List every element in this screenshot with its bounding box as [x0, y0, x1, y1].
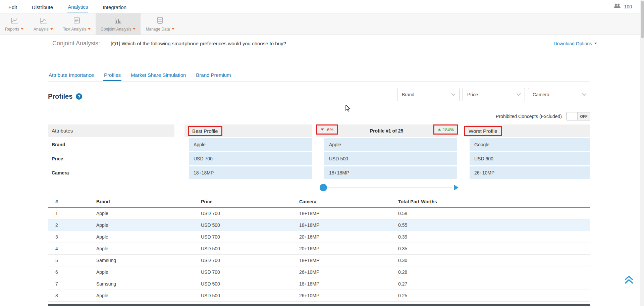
table-row[interactable]: 6 Apple USD 700 26+10MP 0.28 [48, 266, 590, 278]
cell-brand: Apple [96, 243, 201, 255]
cell-total: 0.39 [398, 231, 590, 243]
trend-chart-icon [39, 17, 48, 26]
cell-price: USD 500 [201, 290, 299, 302]
slider-track[interactable] [323, 188, 452, 188]
attributes-header: Attributes [48, 124, 174, 137]
attribute-filters: Brand Price Camera [397, 88, 590, 101]
cell-price: USD 500 [201, 278, 299, 290]
cell-index: 8 [48, 290, 96, 302]
question-text: [Q1] Which of the following smartphone p… [111, 41, 286, 46]
worst-profile-header: Worst Profile [466, 124, 590, 137]
chevron-down-icon [451, 92, 455, 96]
filter-value: Brand [402, 92, 414, 97]
best-profile-header: Best Profile [184, 124, 312, 137]
respondents-icon[interactable] [613, 3, 621, 10]
cell-camera: 20+16MP [299, 243, 398, 255]
col-header-total-part-worths: Total Part-Worths [398, 197, 590, 208]
best-value-cell: 18+18MP [189, 166, 312, 179]
tab-brand-premium[interactable]: Brand Premium [195, 69, 231, 81]
delta-vs-worst: 184% [443, 127, 454, 132]
table-header-row: # Brand Price Camera Total Part-Worths [48, 197, 590, 208]
respondent-count[interactable]: 100 [624, 4, 632, 9]
toggle-knob [567, 112, 578, 120]
prohibited-concepts-label: Prohibited Concepts (Excluded) [496, 114, 562, 119]
toolbar-conjoint-analysis[interactable]: Conjoint Analysis [96, 13, 141, 35]
current-profile-header: -6% Profile #1 of 25 184% [316, 124, 457, 137]
cell-price: USD 700 [201, 255, 299, 266]
current-value-cell: Apple [324, 138, 457, 151]
prohibited-concepts-row: Prohibited Concepts (Excluded) OFF [496, 112, 590, 120]
profile-slider [316, 183, 459, 193]
profiles-heading: Profiles ? [48, 93, 82, 100]
filter-select-camera[interactable]: Camera [528, 88, 590, 101]
prohibited-concepts-toggle[interactable]: OFF [566, 112, 590, 120]
best-profile-label: Best Profile [192, 128, 218, 134]
toolbar-analysis[interactable]: Analysis [29, 13, 58, 35]
filter-select-brand[interactable]: Brand [397, 88, 460, 101]
nav-analytics[interactable]: Analytics [67, 1, 88, 12]
nav-integration[interactable]: Integration [102, 1, 127, 12]
table-row[interactable]: 8 Apple USD 500 26+10MP 0.25 [48, 290, 590, 302]
cell-brand: Samsung [96, 278, 201, 290]
toolbar-manage-data[interactable]: Manage Data [141, 13, 179, 35]
text-table-icon [72, 17, 81, 26]
page-header: Conjoint Analysis: [Q1] Which of the fol… [37, 35, 597, 52]
cell-total: 0.28 [398, 266, 590, 278]
report-tabs: Attribute Importance Profiles Market Sha… [48, 69, 590, 82]
tab-attribute-importance[interactable]: Attribute Importance [48, 69, 95, 81]
chevron-down-icon [582, 92, 586, 96]
table-row[interactable]: 1 Apple USD 700 18+18MP 0.58 [48, 208, 590, 219]
best-value-cell: Apple [189, 138, 312, 151]
cell-index: 1 [48, 208, 96, 219]
cell-price: USD 700 [201, 231, 299, 243]
table-row[interactable]: 3 Apple USD 700 20+16MP 0.39 [48, 231, 590, 243]
cell-brand: Samsung [96, 255, 201, 266]
annotation-box-delta-worst: 184% [433, 124, 458, 135]
toolbar-label: Manage Data [146, 27, 170, 32]
filter-value: Camera [533, 92, 549, 97]
current-value-cell: 18+18MP [324, 166, 457, 179]
dropdown-caret-icon [21, 28, 23, 30]
cell-index: 7 [48, 278, 96, 290]
table-row[interactable]: 5 Samsung USD 700 18+18MP 0.30 [48, 255, 590, 266]
cell-total: 0.30 [398, 255, 590, 266]
cell-total: 0.27 [398, 278, 590, 290]
cell-price: USD 500 [201, 219, 299, 231]
filter-value: Price [467, 92, 478, 97]
table-row[interactable]: 7 Samsung USD 500 18+18MP 0.27 [48, 278, 590, 290]
tab-profiles[interactable]: Profiles [103, 69, 121, 81]
increase-icon [438, 129, 441, 131]
toolbar-label: Text Analysis [63, 27, 86, 32]
nav-distribute[interactable]: Distribute [32, 1, 53, 12]
worst-value-cell: 26+10MP [470, 166, 590, 179]
download-options-label: Download Options [554, 41, 592, 46]
help-icon[interactable]: ? [76, 93, 82, 100]
slider-next-arrow-icon[interactable] [454, 185, 459, 190]
best-value-cell: USD 700 [189, 152, 312, 165]
mouse-cursor [345, 105, 352, 113]
toolbar-reports[interactable]: Reports [0, 13, 29, 35]
cell-index: 4 [48, 243, 96, 255]
slider-handle[interactable] [320, 184, 327, 191]
toolbar-label: Analysis [34, 27, 49, 32]
worst-value-cell: Google [470, 138, 590, 151]
toolbar-text-analysis[interactable]: Text Analysis [58, 13, 96, 35]
cell-total: 0.55 [398, 219, 590, 231]
nav-edit[interactable]: Edit [8, 1, 17, 12]
chevron-down-icon [517, 92, 521, 96]
tab-market-share-simulation[interactable]: Market Share Simulation [130, 69, 186, 81]
table-row[interactable]: 2 Apple USD 500 18+18MP 0.55 [48, 219, 590, 231]
cell-brand: Apple [96, 231, 201, 243]
filter-select-price[interactable]: Price [463, 88, 525, 101]
cell-total: 0.25 [398, 290, 590, 302]
dropdown-caret-icon [50, 28, 53, 30]
table-row[interactable]: 4 Apple USD 500 20+16MP 0.35 [48, 243, 590, 255]
scroll-to-top-button[interactable] [624, 274, 635, 285]
dropdown-caret-icon [172, 28, 174, 30]
vertical-scrollbar[interactable] [640, 0, 644, 306]
cell-price: USD 700 [201, 266, 299, 278]
line-chart-icon [10, 17, 19, 26]
page-title: Conjoint Analysis: [52, 40, 100, 47]
download-options-button[interactable]: Download Options [554, 41, 597, 46]
scrollbar-thumb[interactable] [641, 1, 644, 38]
